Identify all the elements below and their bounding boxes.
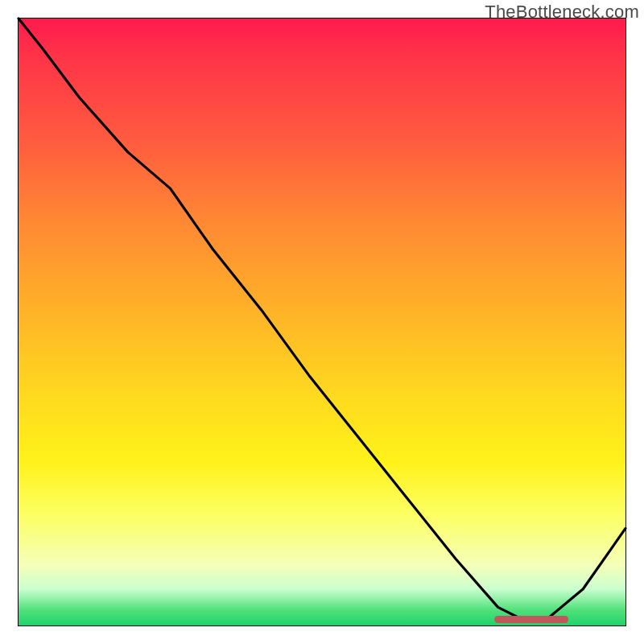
plot-area [18,18,626,626]
bottleneck-curve [19,19,625,619]
plot-svg [19,19,625,625]
